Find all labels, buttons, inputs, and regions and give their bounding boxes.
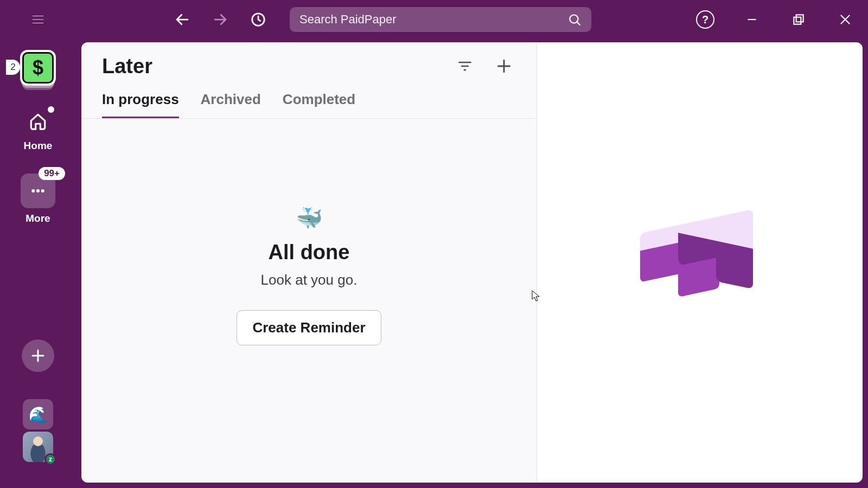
plus-icon — [30, 348, 46, 364]
window-controls: ? — [694, 0, 856, 39]
arrow-left-icon — [174, 11, 190, 28]
workspace-badge: 2 — [6, 60, 20, 75]
tab-in-progress[interactable]: In progress — [102, 91, 179, 118]
empty-subtext: Look at you go. — [261, 272, 358, 288]
filter-icon — [457, 59, 473, 74]
search-icon — [567, 12, 582, 27]
ellipsis-icon — [30, 183, 46, 199]
workspace-switcher[interactable]: 2 $ — [20, 50, 56, 86]
nav-more-label: More — [21, 213, 55, 224]
home-notification-dot — [48, 106, 54, 113]
search-placeholder: Search PaidPaper — [299, 12, 397, 27]
nav-back-button[interactable] — [170, 8, 194, 31]
window-close-button[interactable] — [834, 9, 856, 30]
add-item-button[interactable] — [492, 54, 516, 78]
tab-archived[interactable]: Archived — [201, 91, 261, 118]
empty-heading: All done — [269, 241, 350, 264]
window-minimize-button[interactable] — [741, 9, 763, 30]
history-button[interactable] — [246, 8, 270, 31]
home-icon — [29, 112, 47, 131]
whale-icon: 🐳 — [296, 206, 323, 231]
arrow-right-icon — [212, 11, 228, 28]
history-nav — [170, 8, 270, 31]
left-rail: 2 $ Home 99+ More 🌊 z — [0, 39, 76, 488]
minimize-icon — [745, 12, 759, 27]
svg-rect-2 — [796, 15, 803, 22]
title-bar: Search PaidPaper ? — [0, 0, 868, 39]
later-panel: Later In progress Archived Completed 🐳 A… — [81, 42, 537, 483]
later-empty-state: 🐳 All done Look at you go. Create Remind… — [81, 119, 537, 483]
hamburger-icon — [31, 12, 45, 27]
placeholder-graphic — [640, 219, 760, 306]
clock-icon — [250, 11, 266, 28]
svg-rect-3 — [794, 17, 801, 24]
tab-completed[interactable]: Completed — [283, 91, 355, 118]
nav-forward-button[interactable] — [208, 8, 232, 31]
nav-home[interactable]: Home — [24, 107, 53, 152]
presence-badge: z — [44, 453, 56, 465]
global-search[interactable]: Search PaidPaper — [290, 7, 591, 32]
create-reminder-button[interactable]: Create Reminder — [237, 310, 381, 345]
svg-point-5 — [36, 189, 40, 192]
help-icon: ? — [696, 10, 714, 29]
more-badge: 99+ — [39, 167, 65, 180]
svg-point-4 — [31, 189, 35, 192]
status-emoji-icon: 🌊 — [28, 405, 48, 424]
workspace-icon: $ — [22, 52, 54, 84]
later-tabs: In progress Archived Completed — [81, 78, 537, 119]
close-icon — [838, 12, 852, 27]
plus-icon — [495, 57, 513, 75]
maximize-icon — [792, 12, 806, 27]
help-button[interactable]: ? — [694, 9, 716, 30]
window-maximize-button[interactable] — [788, 9, 809, 30]
nav-home-label: Home — [24, 140, 53, 152]
content-area: Later In progress Archived Completed 🐳 A… — [81, 42, 863, 483]
compose-button[interactable] — [22, 339, 54, 372]
svg-point-6 — [41, 189, 44, 192]
page-title: Later — [102, 55, 152, 78]
detail-placeholder — [537, 42, 863, 483]
nav-more[interactable]: 99+ More — [21, 174, 55, 224]
app-menu-button[interactable] — [25, 7, 51, 33]
filter-button[interactable] — [453, 54, 477, 78]
user-avatar-button[interactable]: z — [23, 432, 53, 462]
custom-status-button[interactable]: 🌊 — [23, 399, 53, 429]
